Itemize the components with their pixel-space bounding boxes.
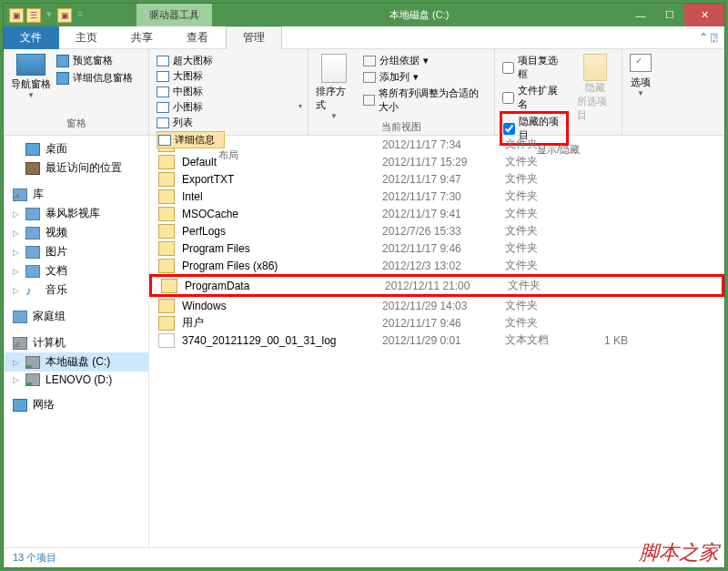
- menubar: 文件 主页 共享 查看 管理 ⌃ ⍰: [4, 26, 724, 49]
- file-name: ProgramData: [185, 280, 385, 292]
- folder-icon[interactable]: ▣: [57, 8, 72, 23]
- tab-home[interactable]: 主页: [59, 26, 115, 49]
- document-icon: [25, 265, 40, 278]
- table-row[interactable]: ProgramData2012/12/11 21:00文件夹: [149, 274, 724, 297]
- sidebar-item-music[interactable]: ▷♪音乐: [4, 280, 148, 300]
- file-type: 文件夹: [505, 258, 573, 273]
- qat-icon[interactable]: ☰: [26, 8, 41, 23]
- file-name: 用户: [182, 315, 382, 331]
- file-date: 2012/11/17 9:46: [382, 242, 505, 255]
- add-col-icon: [363, 72, 376, 83]
- sidebar-item-network[interactable]: ▷网络: [4, 395, 148, 414]
- tab-manage[interactable]: 管理: [226, 26, 282, 49]
- status-bar: 13 个项目: [4, 547, 724, 567]
- sidebar-item-desktop[interactable]: 桌面: [4, 139, 148, 158]
- options-button[interactable]: 选项 ▼: [630, 52, 652, 132]
- layout-details[interactable]: 详细信息: [157, 131, 225, 148]
- details-pane-toggle[interactable]: 详细信息窗格: [56, 71, 133, 85]
- layout-large[interactable]: 大图标: [157, 69, 225, 83]
- table-row[interactable]: Windows2012/11/29 14:03文件夹: [149, 297, 724, 314]
- file-list: AMD2012/11/17 7:34文件夹Default2012/11/17 1…: [149, 136, 724, 547]
- file-name: Program Files: [182, 242, 382, 255]
- file-type: 文本文档: [505, 332, 573, 348]
- sidebar-item-homegroup[interactable]: ▷家庭组: [4, 307, 148, 326]
- hide-selected-button[interactable]: 隐藏 所选项目: [577, 52, 614, 143]
- tab-share[interactable]: 共享: [115, 26, 170, 49]
- storm-icon: [25, 208, 40, 220]
- sidebar-item-libraries[interactable]: ◢库: [4, 185, 148, 204]
- table-row[interactable]: 用户2012/11/17 9:46文件夹: [149, 314, 724, 331]
- context-tab-drive-tools[interactable]: 驱动器工具: [136, 4, 212, 26]
- file-name: Program Files (x86): [182, 260, 382, 272]
- minimize-button[interactable]: —: [626, 4, 655, 26]
- file-date: 2012/11/29 14:03: [382, 300, 505, 312]
- file-date: 2012/11/29 0:01: [382, 334, 505, 347]
- sort-button[interactable]: 排序方式 ▼: [316, 52, 352, 120]
- file-type: 文件夹: [505, 240, 573, 256]
- layout-medium[interactable]: 中图标: [157, 85, 225, 98]
- file-type: 文件夹: [505, 298, 573, 313]
- file-date: 2012/12/3 13:02: [382, 260, 505, 272]
- music-icon: ♪: [25, 284, 40, 297]
- table-row[interactable]: Program Files (x86)2012/12/3 13:02文件夹: [149, 257, 724, 274]
- file-type: 文件夹: [505, 137, 573, 152]
- file-size: 1 KB: [573, 334, 628, 347]
- table-row[interactable]: Default2012/11/17 15:29文件夹: [149, 153, 724, 170]
- hide-icon: [583, 54, 607, 81]
- add-columns-button[interactable]: 添加列 ▾: [363, 70, 487, 84]
- explorer-window: ▣ ☰ ▾ ▣ = 驱动器工具 本地磁盘 (C:) — ☐ ✕ 文件 主页 共享…: [3, 3, 725, 568]
- folder-icon: [158, 316, 175, 331]
- titlebar: ▣ ☰ ▾ ▣ = 驱动器工具 本地磁盘 (C:) — ☐ ✕: [4, 4, 724, 26]
- layout-list[interactable]: 列表: [157, 116, 225, 129]
- sidebar-item-videos[interactable]: ▷视频: [4, 223, 148, 242]
- file-ext-toggle[interactable]: 文件扩展名: [502, 84, 566, 111]
- table-row[interactable]: MSOCache2012/11/17 9:41文件夹: [149, 205, 724, 222]
- layout-xlarge[interactable]: 超大图标: [157, 54, 225, 67]
- nav-pane-button[interactable]: 导航窗格 ▼: [11, 52, 51, 117]
- file-type: 文件夹: [505, 189, 573, 204]
- fit-icon: [363, 95, 375, 106]
- options-icon: [630, 54, 652, 72]
- table-row[interactable]: ExportTXT2012/11/17 9:47文件夹: [149, 170, 724, 188]
- preview-pane-toggle[interactable]: 预览窗格: [56, 54, 133, 67]
- group-icon: [363, 56, 376, 66]
- picture-icon: [25, 246, 40, 259]
- table-row[interactable]: Program Files2012/11/17 9:46文件夹: [149, 240, 724, 257]
- file-date: 2012/11/17 15:29: [382, 156, 505, 168]
- tab-file[interactable]: 文件: [4, 26, 59, 49]
- tab-view[interactable]: 查看: [170, 26, 226, 49]
- file-date: 2012/12/11 21:00: [385, 280, 508, 292]
- help-icon[interactable]: ⌃ ⍰: [699, 31, 717, 44]
- details-pane-icon: [56, 72, 69, 85]
- close-button[interactable]: ✕: [684, 4, 724, 26]
- table-row[interactable]: Intel2012/11/17 7:30文件夹: [149, 188, 724, 205]
- fit-columns-button[interactable]: 将所有列调整为合适的大小: [363, 87, 487, 114]
- file-date: 2012/11/17 7:30: [382, 190, 505, 203]
- file-type: 文件夹: [505, 315, 573, 331]
- file-type: 文件夹: [505, 206, 573, 221]
- sidebar-item-cdrive[interactable]: ▷本地磁盘 (C:): [4, 352, 148, 372]
- sort-icon: [321, 54, 347, 83]
- file-date: 2012/11/17 9:47: [382, 173, 505, 186]
- folder-icon: [158, 259, 175, 273]
- sidebar-item-documents[interactable]: ▷文档: [4, 261, 148, 280]
- file-type: 文件夹: [505, 154, 573, 169]
- file-icon: [158, 333, 175, 348]
- file-name: ExportTXT: [182, 173, 382, 186]
- sidebar-item-ddrive[interactable]: ▷LENOVO (D:): [4, 372, 148, 388]
- sidebar-item-pictures[interactable]: ▷图片: [4, 242, 148, 261]
- table-row[interactable]: 3740_20121129_00_01_31_log2012/11/29 0:0…: [149, 331, 724, 349]
- item-checkboxes-toggle[interactable]: 项目复选框: [502, 54, 566, 81]
- window-title: 本地磁盘 (C:): [212, 8, 626, 22]
- file-name: MSOCache: [182, 208, 382, 220]
- sidebar-item-computer[interactable]: ◢计算机: [4, 333, 148, 352]
- maximize-button[interactable]: ☐: [655, 4, 684, 26]
- group-by-button[interactable]: 分组依据 ▾: [363, 54, 487, 67]
- file-date: 2012/11/17 9:46: [382, 317, 505, 330]
- table-row[interactable]: PerfLogs2012/7/26 15:33文件夹: [149, 222, 724, 240]
- preview-pane-icon: [56, 55, 69, 67]
- sidebar-item-storm[interactable]: ▷暴风影视库: [4, 204, 148, 223]
- file-name: Windows: [182, 300, 382, 312]
- sidebar-item-recent[interactable]: 最近访问的位置: [4, 158, 148, 178]
- layout-small[interactable]: 小图标: [157, 100, 225, 114]
